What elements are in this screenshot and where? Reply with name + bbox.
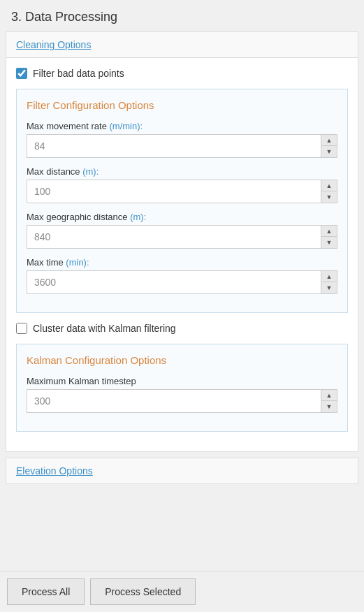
process-selected-button[interactable]: Process Selected: [90, 578, 196, 605]
elevation-options-panel: Elevation Options: [6, 458, 358, 484]
max-geo-distance-up[interactable]: ▲: [321, 226, 337, 237]
max-geo-distance-unit: (m):: [130, 212, 146, 222]
filter-bad-data-label: Filter bad data points: [33, 68, 124, 79]
filter-bad-data-checkbox[interactable]: [16, 68, 27, 79]
max-time-down[interactable]: ▼: [321, 282, 337, 293]
max-movement-rate-down[interactable]: ▼: [321, 146, 337, 157]
max-distance-spinner-buttons: ▲ ▼: [321, 180, 337, 203]
max-distance-group: Max distance (m): ▲ ▼: [27, 166, 337, 203]
cleaning-options-panel: Cleaning Options Filter bad data points …: [6, 31, 358, 452]
max-distance-up[interactable]: ▲: [321, 180, 337, 191]
max-geo-distance-input[interactable]: [27, 226, 321, 248]
page-title: 3. Data Processing: [0, 0, 364, 31]
max-time-spinner: ▲ ▼: [27, 270, 337, 294]
max-geo-distance-spinner: ▲ ▼: [27, 225, 337, 249]
max-movement-rate-spinner-buttons: ▲ ▼: [321, 135, 337, 157]
kalman-filter-checkbox[interactable]: [16, 323, 27, 334]
max-kalman-timestep-group: Maximum Kalman timestep ▲ ▼: [27, 376, 337, 413]
max-distance-spinner: ▲ ▼: [27, 180, 337, 203]
page-container: 3. Data Processing Cleaning Options Filt…: [0, 0, 364, 612]
max-time-up[interactable]: ▲: [321, 271, 337, 282]
kalman-config-box: Kalman Configuration Options Maximum Kal…: [16, 344, 348, 432]
filter-config-box: Filter Configuration Options Max movemen…: [16, 89, 348, 313]
kalman-checkbox-row: Cluster data with Kalman filtering: [16, 323, 348, 334]
max-geo-distance-down[interactable]: ▼: [321, 237, 337, 248]
max-movement-rate-up[interactable]: ▲: [321, 135, 337, 146]
filter-config-title: Filter Configuration Options: [27, 99, 337, 111]
elevation-options-header: Elevation Options: [6, 458, 358, 483]
max-distance-input[interactable]: [27, 180, 321, 203]
max-kalman-timestep-spinner: ▲ ▼: [27, 389, 337, 413]
elevation-options-link[interactable]: Elevation Options: [16, 465, 93, 476]
max-time-unit: (min):: [66, 257, 89, 268]
max-geo-distance-spinner-buttons: ▲ ▼: [321, 226, 337, 248]
cleaning-options-link[interactable]: Cleaning Options: [16, 39, 91, 50]
max-movement-rate-unit: (m/min):: [110, 121, 143, 131]
cleaning-options-header: Cleaning Options: [6, 32, 358, 58]
max-kalman-timestep-input[interactable]: [27, 390, 321, 412]
max-time-input[interactable]: [27, 271, 321, 293]
bottom-bar: Process All Process Selected: [0, 571, 364, 612]
max-distance-label: Max distance (m):: [27, 166, 337, 177]
max-movement-rate-spinner: ▲ ▼: [27, 134, 337, 158]
max-movement-rate-group: Max movement rate (m/min): ▲ ▼: [27, 121, 337, 158]
max-kalman-timestep-label: Maximum Kalman timestep: [27, 376, 337, 386]
kalman-config-title: Kalman Configuration Options: [27, 354, 337, 366]
max-kalman-timestep-up[interactable]: ▲: [321, 390, 337, 401]
max-time-spinner-buttons: ▲ ▼: [321, 271, 337, 293]
kalman-filter-label: Cluster data with Kalman filtering: [33, 323, 176, 334]
max-kalman-timestep-spinner-buttons: ▲ ▼: [321, 390, 337, 412]
cleaning-options-body: Filter bad data points Filter Configurat…: [6, 58, 358, 451]
max-distance-unit: (m):: [82, 166, 99, 177]
max-geo-distance-label: Max geographic distance (m):: [27, 212, 337, 222]
max-movement-rate-input[interactable]: [27, 135, 321, 157]
max-movement-rate-label: Max movement rate (m/min):: [27, 121, 337, 131]
max-time-group: Max time (min): ▲ ▼: [27, 257, 337, 294]
filter-checkbox-row: Filter bad data points: [16, 68, 348, 79]
process-all-button[interactable]: Process All: [7, 578, 85, 605]
max-geo-distance-group: Max geographic distance (m): ▲ ▼: [27, 212, 337, 249]
max-time-label: Max time (min):: [27, 257, 337, 268]
max-distance-down[interactable]: ▼: [321, 191, 337, 203]
max-kalman-timestep-down[interactable]: ▼: [321, 401, 337, 412]
